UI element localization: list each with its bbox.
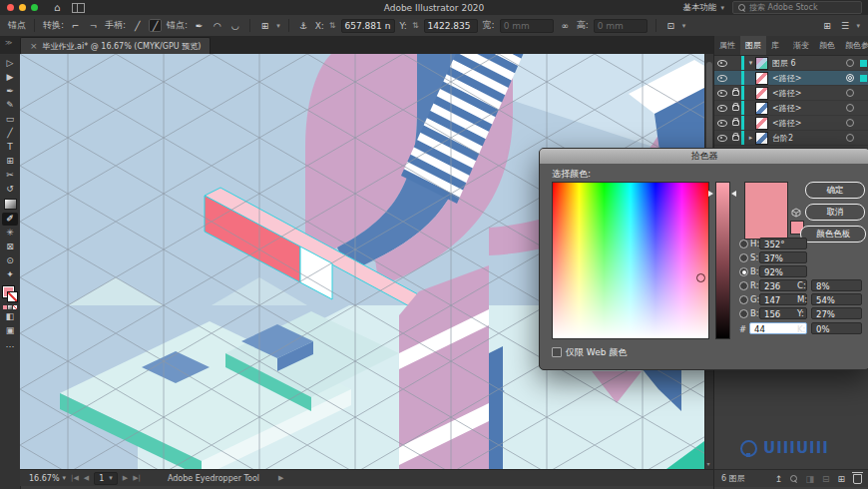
lock-toggle[interactable]	[729, 90, 741, 96]
layer-thumbnail[interactable]	[755, 102, 768, 115]
visibility-toggle[interactable]	[714, 60, 729, 67]
rotate-tool[interactable]: ↺	[2, 183, 18, 196]
layer-name[interactable]: <路径>	[772, 73, 843, 84]
target-toggle[interactable]	[843, 89, 857, 97]
link-dimensions-icon[interactable]: ∞	[559, 19, 572, 32]
lock-toggle[interactable]	[729, 105, 741, 111]
color-swatches-button[interactable]: 颜色色板	[800, 226, 866, 243]
target-toggle[interactable]	[843, 74, 857, 82]
tab-color[interactable]: 颜色	[814, 36, 840, 55]
selection-indicator[interactable]	[857, 60, 868, 67]
visibility-toggle[interactable]	[714, 120, 729, 127]
layer-thumbnail[interactable]	[755, 132, 768, 145]
transform-icon[interactable]: ⊡	[664, 19, 677, 32]
y-input[interactable]: 1422.835	[424, 19, 478, 33]
layer-thumbnail[interactable]	[755, 117, 768, 130]
chevron-down-icon[interactable]: ▾	[746, 59, 755, 67]
color-field[interactable]	[552, 182, 709, 339]
height-input[interactable]: 0 mm	[594, 19, 648, 33]
r-radio[interactable]	[739, 281, 748, 290]
h-radio[interactable]	[739, 240, 748, 248]
target-toggle[interactable]	[843, 104, 857, 112]
selection-indicator[interactable]	[857, 75, 868, 82]
fill-stroke-swatches[interactable]	[2, 285, 18, 302]
close-document-icon[interactable]: ×	[30, 41, 38, 51]
artboard-tool[interactable]: ⊞	[2, 155, 18, 168]
slider-arrow-left-icon[interactable]	[708, 191, 713, 197]
type-tool[interactable]: T	[2, 141, 18, 154]
layer-thumbnail[interactable]	[755, 72, 768, 85]
zoom-level-select[interactable]: 16.67% ▾	[29, 474, 66, 483]
zoom-window-button[interactable]	[31, 4, 38, 11]
layer-row-selected[interactable]: <路径>	[714, 71, 868, 86]
connect-path-icon[interactable]: ◡	[228, 19, 241, 32]
remove-anchor-icon[interactable]: ✒	[193, 19, 206, 32]
rectangle-tool[interactable]: ▭	[2, 113, 18, 126]
artboard-number-select[interactable]: 1 ▾	[94, 472, 118, 485]
tab-layers[interactable]: 图层	[740, 36, 766, 55]
ok-button[interactable]: 确定	[805, 182, 865, 199]
k-input[interactable]: 0%	[811, 322, 862, 334]
width-input[interactable]: 0 mm	[500, 19, 554, 33]
s-input[interactable]: 37%	[759, 251, 807, 263]
last-artboard-icon[interactable]: ▶|	[133, 474, 141, 482]
handles-show-icon[interactable]: ╱	[149, 19, 162, 32]
blend-tool[interactable]: ✳	[2, 227, 18, 240]
stepper-icon[interactable]: ⇅	[329, 21, 336, 30]
previous-artboard-icon[interactable]: ◀	[84, 474, 89, 482]
tab-libraries[interactable]: 库	[766, 36, 784, 55]
curvature-tool[interactable]: ✎	[2, 99, 18, 112]
tab-properties[interactable]: 属性	[714, 36, 740, 55]
locate-object-icon[interactable]	[790, 475, 797, 482]
layer-name[interactable]: 台阶2	[772, 133, 843, 144]
next-artboard-icon[interactable]: ▶	[123, 474, 128, 482]
screen-mode-icon[interactable]: ▣	[2, 324, 18, 337]
h-input[interactable]: 352°	[759, 238, 807, 249]
pen-tool[interactable]: ✒	[2, 85, 18, 98]
brightness-slider[interactable]	[715, 182, 730, 339]
visibility-toggle[interactable]	[714, 75, 729, 82]
g-radio[interactable]	[739, 295, 748, 304]
tab-color-guide[interactable]: 颜色参	[840, 36, 868, 55]
gradient-tool[interactable]	[4, 199, 17, 210]
minimize-window-button[interactable]	[19, 4, 26, 11]
lock-toggle[interactable]	[729, 135, 741, 141]
s-radio[interactable]	[739, 253, 748, 262]
home-icon[interactable]: ⌂	[54, 0, 60, 15]
new-sublayer-icon[interactable]: ⊟	[822, 474, 830, 484]
selection-tool[interactable]: ▷	[2, 57, 18, 70]
layer-name[interactable]: <路径>	[772, 118, 843, 129]
first-artboard-icon[interactable]: |◀	[71, 474, 79, 482]
target-toggle[interactable]	[843, 119, 857, 127]
collapse-panel-icon[interactable]: ≫	[5, 39, 12, 47]
slider-arrow-right-icon[interactable]	[731, 191, 736, 197]
draw-mode-icon[interactable]: ◧	[2, 310, 18, 323]
dialog-title[interactable]: 拾色器	[540, 149, 868, 164]
layer-row[interactable]: ▾ 图层 6	[714, 56, 868, 71]
chevron-right-icon[interactable]: ▸	[746, 134, 755, 142]
shaper-tool[interactable]: ✦	[2, 268, 18, 281]
paintbrush-tool[interactable]: ╱	[2, 127, 18, 140]
stroke-swatch[interactable]	[7, 291, 18, 302]
layer-name[interactable]: <路径>	[772, 88, 843, 99]
new-layer-icon[interactable]: ⊞	[837, 474, 845, 484]
out-of-web-gamut-icon[interactable]	[791, 208, 801, 218]
cancel-button[interactable]: 取消	[805, 204, 865, 221]
convert-corner-icon[interactable]: ⌐	[69, 19, 82, 32]
visibility-toggle[interactable]	[714, 105, 729, 112]
eyedropper-tool[interactable]: ✐	[2, 213, 18, 226]
scroll-down-icon[interactable]: ▾	[707, 460, 710, 467]
y-input[interactable]: 27%	[811, 307, 862, 319]
status-flyout-icon[interactable]: ▶	[278, 474, 283, 482]
stepper-icon[interactable]: ⇅	[412, 21, 419, 30]
color-type-bar[interactable]	[3, 305, 17, 309]
cut-path-icon[interactable]: ◠	[211, 19, 223, 32]
align-grid-icon[interactable]: ⊞	[258, 19, 271, 32]
layer-name[interactable]: 图层 6	[772, 58, 843, 69]
x-input[interactable]: 657.881 n	[341, 19, 395, 33]
document-tab[interactable]: × 毕业作业.ai* @ 16.67% (CMYK/GPU 预览)	[20, 37, 211, 54]
m-input[interactable]: 54%	[811, 293, 862, 305]
workspace-switcher[interactable]: 基本功能 ▾	[682, 2, 724, 14]
scissors-tool[interactable]: ✂	[2, 169, 18, 182]
make-mask-icon[interactable]: ◨	[805, 474, 814, 484]
